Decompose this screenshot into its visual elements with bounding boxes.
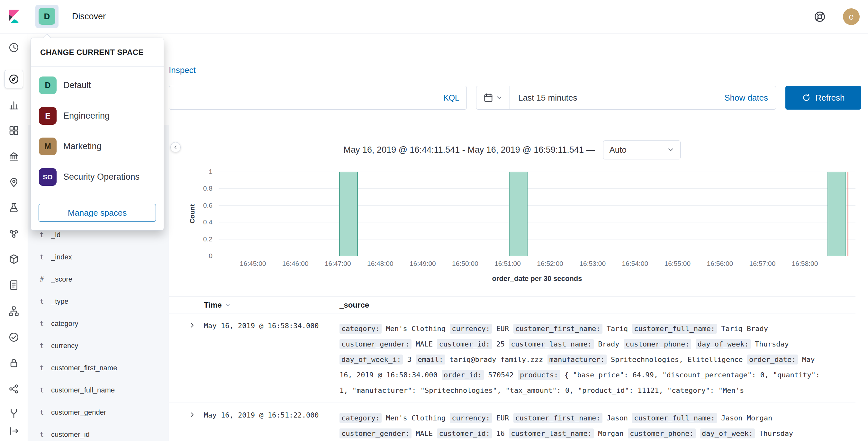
expand-row-icon[interactable] <box>187 321 197 330</box>
source-cell: category: Men's Clothing currency: EUR c… <box>340 321 828 398</box>
source-field-value: Spritechnologies, Elitelligence <box>611 355 743 364</box>
x-tick-label: 16:49:00 <box>409 260 436 267</box>
field-item-customer_gender[interactable]: tcustomer_gender <box>28 401 169 423</box>
field-item-category[interactable]: tcategory <box>28 312 169 335</box>
space-item-marketing[interactable]: MMarketing <box>31 131 164 162</box>
source-field-badge: customer_gender: <box>340 339 411 349</box>
source-field-value: Brady <box>598 340 619 348</box>
source-field-value: EUR <box>496 325 509 333</box>
field-item-customer_full_name[interactable]: tcustomer_full_name <box>28 379 169 401</box>
uptime-icon[interactable] <box>4 328 23 346</box>
source-field-badge: customer_phone: <box>628 429 696 438</box>
field-name: customer_gender <box>51 408 106 416</box>
current-space-avatar: D <box>38 8 55 25</box>
visualize-icon[interactable] <box>4 96 23 115</box>
table-row: May 16, 2019 @ 16:51:22.000 category: Me… <box>169 403 856 441</box>
histogram-bar <box>509 171 528 256</box>
y-tick-label: 0.4 <box>203 218 213 226</box>
manage-spaces-button[interactable]: Manage spaces <box>38 204 156 222</box>
x-axis-label: order_date per 30 seconds <box>219 275 856 283</box>
space-avatar: SO <box>39 168 57 186</box>
source-field-badge: order_date: <box>747 354 798 365</box>
space-switcher-button[interactable]: D <box>35 5 59 28</box>
histogram-plot[interactable] <box>219 171 856 256</box>
search-box: KQL <box>169 86 467 109</box>
app-nav-rail <box>0 33 28 441</box>
apm-icon[interactable] <box>4 250 23 269</box>
interval-dropdown[interactable]: Auto <box>603 140 681 159</box>
source-field-badge: currency: <box>450 413 492 423</box>
space-name: Default <box>63 81 91 90</box>
space-item-default[interactable]: DDefault <box>31 70 164 101</box>
security-icon[interactable] <box>4 353 23 372</box>
management-icon[interactable] <box>4 404 23 423</box>
x-tick-label: 16:55:00 <box>664 260 690 267</box>
time-range-button[interactable]: Last 15 minutes <box>510 93 724 103</box>
time-column-header[interactable]: Time <box>204 297 231 313</box>
source-field-value: MALE <box>416 340 433 348</box>
source-field-badge: customer_full_name: <box>632 413 717 423</box>
discover-main: May 16, 2019 @ 16:44:11.541 - May 16, 20… <box>169 125 868 441</box>
y-axis-ticks: 00.20.40.60.81 <box>169 171 213 256</box>
dev-tools-icon[interactable] <box>4 380 23 398</box>
calendar-dropdown-button[interactable] <box>476 86 510 109</box>
help-icon[interactable] <box>811 8 829 26</box>
recently-viewed-icon[interactable] <box>4 38 23 57</box>
space-item-engineering[interactable]: EEngineering <box>31 101 164 131</box>
x-tick-label: 16:50:00 <box>452 260 478 267</box>
maps-icon[interactable] <box>4 173 23 192</box>
source-field-value: 3 <box>407 355 411 364</box>
source-field-value: Thursday <box>759 430 793 438</box>
field-item-customer_id[interactable]: tcustomer_id <box>28 423 169 441</box>
canvas-icon[interactable] <box>4 147 23 166</box>
discover-icon[interactable] <box>4 70 23 88</box>
x-tick-label: 16:53:00 <box>579 260 606 267</box>
current-time-marker <box>847 171 848 256</box>
space-avatar: M <box>39 137 57 155</box>
gridline <box>219 222 856 222</box>
x-axis-ticks: 16:45:0016:46:0016:47:0016:48:0016:49:00… <box>219 260 856 270</box>
source-field-badge: customer_first_name: <box>514 324 602 334</box>
histogram-bar <box>339 171 358 256</box>
source-field-badge: customer_id: <box>437 339 492 349</box>
field-name: _id <box>51 231 60 239</box>
refresh-button[interactable]: Refresh <box>785 86 861 109</box>
field-item-_index[interactable]: t_index <box>28 246 169 268</box>
source-column-header: _source <box>340 297 369 313</box>
query-bar: KQL Last 15 minutes Show dates <box>169 86 861 109</box>
expand-row-icon[interactable] <box>187 410 197 420</box>
refresh-label: Refresh <box>815 93 844 103</box>
collapse-sidebar-button[interactable] <box>170 142 181 152</box>
field-name: customer_first_name <box>51 364 117 372</box>
kibana-logo-icon[interactable] <box>6 9 22 24</box>
field-item-_score[interactable]: #_score <box>28 268 169 290</box>
popover-title: CHANGE CURRENT SPACE <box>31 38 164 67</box>
chevron-left-icon <box>173 144 179 150</box>
field-type-icon: t <box>38 253 46 261</box>
machine-learning-icon[interactable] <box>4 198 23 217</box>
source-field-badge: day_of_week_i: <box>340 354 403 365</box>
show-dates-button[interactable]: Show dates <box>724 93 776 103</box>
field-item-customer_first_name[interactable]: tcustomer_first_name <box>28 357 169 379</box>
y-tick-label: 1 <box>209 168 213 176</box>
source-field-value: Tariq Brady <box>721 325 768 333</box>
space-avatar: D <box>39 76 57 94</box>
inspect-link[interactable]: Inspect <box>169 65 196 75</box>
kql-button[interactable]: KQL <box>436 93 466 102</box>
source-field-badge: customer_full_name: <box>632 324 717 334</box>
user-avatar[interactable]: e <box>843 8 860 25</box>
field-item-currency[interactable]: tcurrency <box>28 335 169 357</box>
infrastructure-icon[interactable] <box>4 302 23 320</box>
dashboard-icon[interactable] <box>4 121 23 140</box>
source-field-badge: customer_phone: <box>624 339 691 349</box>
space-item-security-operations[interactable]: SOSecurity Operations <box>31 162 164 192</box>
search-input[interactable] <box>169 86 436 109</box>
collapse-nav-icon[interactable] <box>4 422 23 440</box>
kibana-discover-app: D Discover e Inspect KQL <box>0 0 868 441</box>
breadcrumb: Discover <box>72 0 106 33</box>
graph-icon[interactable] <box>4 224 23 243</box>
logs-icon[interactable] <box>4 276 23 294</box>
y-tick-label: 0.2 <box>203 235 213 243</box>
field-item-_type[interactable]: t_type <box>28 290 169 312</box>
space-name: Marketing <box>63 141 101 151</box>
